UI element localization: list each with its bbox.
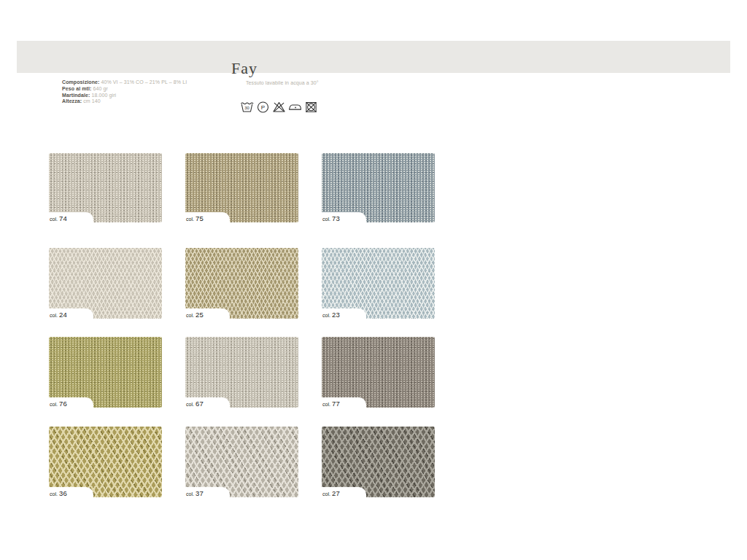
swatch-col-24: col. 24	[49, 248, 162, 319]
swatch-label-prefix: col.	[50, 217, 58, 222]
swatch-grid: col. 74 col. 75 col. 73 col. 24 col. 25	[49, 153, 435, 497]
swatch-col-73: col. 73	[322, 153, 435, 222]
swatch-col-25: col. 25	[185, 248, 298, 319]
spec-value: 18.000 giri	[91, 93, 116, 98]
swatch-label: col. 74	[49, 212, 93, 222]
swatch-label-prefix: col.	[322, 491, 330, 497]
iron-low-icon	[288, 100, 302, 114]
swatch-label-number: 75	[196, 215, 204, 222]
swatch-label-number: 27	[332, 490, 340, 497]
spec-label: Peso al mtl:	[62, 86, 92, 91]
swatch-label: col. 73	[322, 212, 366, 222]
swatch-label-prefix: col.	[50, 491, 58, 497]
swatch-col-67: col. 67	[185, 337, 298, 408]
no-tumble-dry-icon	[304, 100, 318, 114]
spec-height: Altezza:cm 140	[62, 98, 187, 105]
swatch-label: col. 25	[185, 308, 230, 319]
swatch-label-number: 23	[332, 311, 340, 319]
swatch-label-prefix: col.	[322, 313, 330, 318]
spec-weight: Peso al mtl:640 gr	[62, 86, 187, 93]
washing-note: Tessuto lavabile in acqua a 30°	[246, 80, 319, 85]
spec-value: 640 gr	[93, 86, 108, 91]
swatch-label: col. 75	[185, 212, 230, 222]
swatch-label-prefix: col.	[186, 313, 194, 318]
swatch-label-prefix: col.	[322, 402, 330, 407]
swatch-label: col. 24	[49, 308, 93, 319]
spec-label: Altezza:	[62, 98, 82, 104]
swatch-label: col. 23	[322, 308, 366, 319]
swatch-label-prefix: col.	[322, 217, 330, 222]
swatch-label-number: 37	[196, 490, 204, 497]
swatch-row: col. 36 col. 37 col. 27	[49, 427, 435, 497]
swatch-label-prefix: col.	[186, 491, 194, 497]
catalog-page: { "page_title": "Fay", "theme": { "heade…	[0, 0, 747, 560]
swatch-label: col. 76	[49, 397, 93, 408]
swatch-row: col. 74 col. 75 col. 73	[49, 153, 435, 222]
spec-composition: Composizione:40% VI – 31% CO – 21% PL – …	[62, 79, 187, 86]
wash-30-icon: 30	[240, 100, 254, 114]
swatch-col-76: col. 76	[49, 337, 162, 408]
swatch-label-number: 36	[59, 490, 67, 497]
swatch-col-27: col. 27	[322, 427, 435, 497]
swatch-label-prefix: col.	[186, 217, 194, 222]
header-bar: Fay	[17, 41, 730, 73]
swatch-label-number: 77	[332, 400, 340, 408]
spec-block: Composizione:40% VI – 31% CO – 21% PL – …	[62, 79, 187, 105]
swatch-col-37: col. 37	[185, 427, 298, 497]
swatch-label: col. 27	[322, 487, 366, 497]
spec-value: cm 140	[83, 98, 101, 104]
swatch-col-36: col. 36	[49, 427, 162, 497]
page-title: Fay	[231, 52, 258, 84]
swatch-col-77: col. 77	[322, 337, 435, 408]
swatch-col-74: col. 74	[49, 153, 162, 222]
spec-label: Composizione:	[62, 79, 99, 85]
swatch-col-23: col. 23	[322, 248, 435, 319]
swatch-label: col. 36	[49, 487, 93, 497]
swatch-label-number: 74	[59, 215, 67, 222]
swatch-label-prefix: col.	[186, 402, 194, 407]
swatch-label-number: 76	[59, 400, 67, 408]
spec-value: 40% VI – 31% CO – 21% PL – 8% LI	[101, 79, 187, 85]
swatch-col-75: col. 75	[185, 153, 298, 222]
swatch-row: col. 24 col. 25 col. 23	[49, 248, 435, 319]
care-symbols-row: 30 P	[240, 100, 318, 114]
spec-martindale: Martindale:18.000 giri	[62, 93, 187, 99]
swatch-label-prefix: col.	[50, 313, 58, 318]
dry-clean-p-icon: P	[256, 100, 270, 114]
svg-text:P: P	[261, 104, 265, 111]
swatch-label: col. 67	[185, 397, 230, 408]
swatch-label-number: 67	[196, 400, 204, 408]
swatch-label-number: 73	[332, 215, 340, 222]
swatch-label-prefix: col.	[50, 402, 58, 407]
swatch-row: col. 76 col. 67 col. 77	[49, 337, 435, 408]
swatch-label: col. 37	[185, 487, 230, 497]
swatch-label-number: 25	[196, 311, 204, 319]
swatch-label-number: 24	[59, 311, 67, 319]
svg-text:30: 30	[244, 106, 249, 110]
no-bleach-icon	[272, 100, 286, 114]
spec-label: Martindale:	[62, 93, 90, 98]
swatch-label: col. 77	[322, 397, 366, 408]
